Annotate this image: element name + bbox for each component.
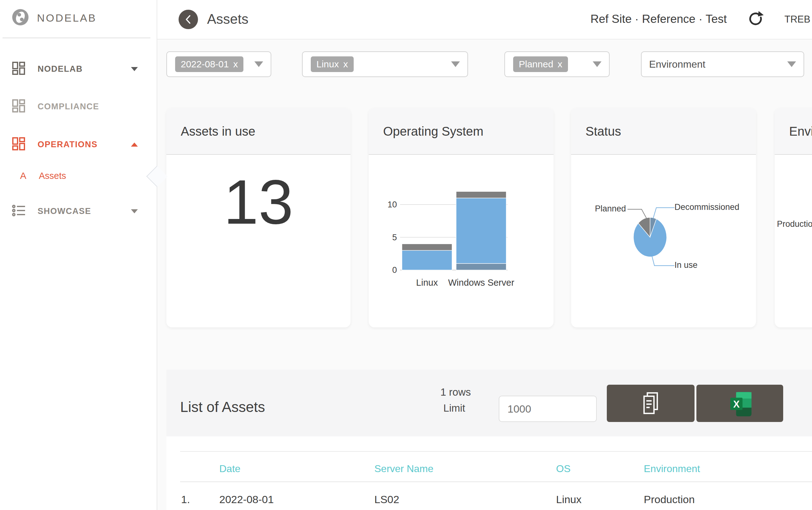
svg-text:0: 0 bbox=[392, 265, 397, 275]
status-pie-chart bbox=[571, 163, 756, 313]
excel-icon: X bbox=[726, 390, 753, 417]
chip-remove[interactable]: x bbox=[343, 59, 348, 69]
page-title: Assets bbox=[207, 11, 249, 27]
caret-up-icon bbox=[131, 143, 138, 147]
dropdown-arrow-icon bbox=[787, 61, 796, 67]
brand[interactable]: NODELAB bbox=[12, 9, 97, 27]
table-top-border bbox=[180, 451, 812, 452]
brand-logo-icon bbox=[12, 9, 29, 27]
sidebar-item-operations[interactable]: OPERATIONS bbox=[0, 135, 157, 154]
sidebar: NODELAB NODELAB COMPLIANCE bbox=[0, 0, 157, 510]
cell-date: 2022-08-01 bbox=[219, 493, 274, 506]
list-icon bbox=[12, 204, 26, 219]
filter-environment-dropdown[interactable]: Environment bbox=[641, 51, 804, 77]
refresh-button[interactable] bbox=[748, 10, 764, 26]
filter-status-dropdown[interactable]: Planned x bbox=[504, 51, 610, 77]
limit-input[interactable] bbox=[499, 396, 597, 422]
topbar: Assets Ref Site · Reference · Test TREB bbox=[157, 0, 812, 39]
list-title: List of Assets bbox=[180, 398, 265, 416]
caret-down-icon bbox=[131, 209, 138, 213]
grid-icon bbox=[12, 99, 26, 114]
svg-text:10: 10 bbox=[387, 200, 397, 209]
card-header: Environment bbox=[775, 108, 812, 155]
filter-placeholder: Environment bbox=[649, 59, 705, 70]
chip-label: 2022-08-01 bbox=[181, 59, 229, 69]
card-header: Operating System bbox=[369, 108, 554, 155]
assets-in-use-value: 13 bbox=[166, 171, 351, 233]
sidebar-item-label: OPERATIONS bbox=[37, 140, 98, 149]
card-header: Status bbox=[571, 108, 756, 155]
user-menu[interactable]: TREB bbox=[784, 14, 810, 25]
card-header: Assets in use bbox=[166, 108, 351, 155]
chevron-left-icon bbox=[179, 10, 198, 29]
cell-environment: Production bbox=[644, 493, 695, 506]
chip-label: Planned bbox=[519, 59, 553, 69]
sidebar-item-label: SHOWCASE bbox=[37, 206, 91, 216]
cell-server-name: LS02 bbox=[374, 493, 399, 506]
rows-count: 1 rows bbox=[376, 386, 471, 398]
pie-label-decommissioned: Decommissioned bbox=[674, 202, 739, 212]
sidebar-item-showcase[interactable]: SHOWCASE bbox=[0, 202, 157, 221]
app: NODELAB NODELAB COMPLIANCE bbox=[0, 0, 812, 510]
dropdown-arrow-icon bbox=[254, 61, 263, 67]
copy-icon bbox=[641, 392, 661, 416]
card-title: Environment bbox=[789, 124, 812, 139]
chip-remove[interactable]: x bbox=[558, 59, 562, 69]
svg-text:X: X bbox=[733, 399, 740, 410]
sidebar-item-nodelab[interactable]: NODELAB bbox=[0, 59, 157, 78]
os-bar-chart: 0510LinuxWindows Server bbox=[369, 163, 554, 313]
cell-os: Linux bbox=[556, 493, 581, 506]
subitem-abbr: A bbox=[20, 170, 26, 181]
sidebar-item-label: COMPLIANCE bbox=[37, 102, 99, 112]
column-header-environment[interactable]: Environment bbox=[644, 463, 700, 475]
dropdown-arrow-icon bbox=[451, 61, 460, 67]
chip-label: Linux bbox=[316, 59, 339, 69]
export-excel-button[interactable]: X bbox=[696, 385, 783, 422]
sidebar-divider bbox=[2, 37, 150, 38]
row-number: 1. bbox=[181, 493, 190, 506]
dropdown-arrow-icon bbox=[593, 61, 602, 67]
column-header-server-name[interactable]: Server Name bbox=[374, 463, 434, 475]
back-button[interactable] bbox=[179, 10, 198, 29]
svg-text:Windows Server: Windows Server bbox=[448, 278, 514, 288]
chip-remove[interactable]: x bbox=[233, 59, 238, 69]
pie-label-planned: Planned bbox=[563, 204, 626, 214]
sidebar-item-compliance[interactable]: COMPLIANCE bbox=[0, 97, 157, 116]
limit-label: Limit bbox=[376, 402, 465, 414]
pie-label-production: Production bbox=[777, 219, 812, 229]
filter-date-dropdown[interactable]: 2022-08-01 x bbox=[166, 51, 271, 77]
breadcrumb: Ref Site · Reference · Test bbox=[590, 12, 727, 26]
filter-chip-date[interactable]: 2022-08-01 x bbox=[175, 56, 243, 72]
subitem-label: Assets bbox=[39, 171, 66, 181]
pie-label-in-use: In use bbox=[674, 260, 698, 270]
filter-os-dropdown[interactable]: Linux x bbox=[302, 51, 468, 77]
caret-down-icon bbox=[131, 67, 138, 71]
card-environment: Environment bbox=[775, 108, 812, 328]
card-title: Status bbox=[585, 124, 621, 139]
card-title: Operating System bbox=[383, 124, 483, 139]
card-title: Assets in use bbox=[181, 124, 255, 139]
svg-text:Linux: Linux bbox=[416, 278, 438, 288]
grid-icon bbox=[12, 61, 26, 77]
brand-name: NODELAB bbox=[37, 12, 97, 24]
sidebar-subitem-assets[interactable]: A Assets bbox=[0, 167, 157, 185]
grid-icon bbox=[12, 137, 26, 152]
sidebar-item-label: NODELAB bbox=[37, 64, 83, 74]
copy-table-button[interactable] bbox=[607, 385, 695, 422]
table-header-border bbox=[180, 481, 812, 482]
column-header-os[interactable]: OS bbox=[556, 463, 571, 475]
svg-text:5: 5 bbox=[392, 233, 397, 242]
refresh-icon bbox=[748, 10, 764, 26]
column-header-date[interactable]: Date bbox=[219, 463, 240, 475]
card-assets-in-use: Assets in use 13 bbox=[166, 108, 351, 328]
filter-chip-status[interactable]: Planned x bbox=[513, 56, 568, 72]
filter-chip-os[interactable]: Linux x bbox=[311, 56, 354, 72]
